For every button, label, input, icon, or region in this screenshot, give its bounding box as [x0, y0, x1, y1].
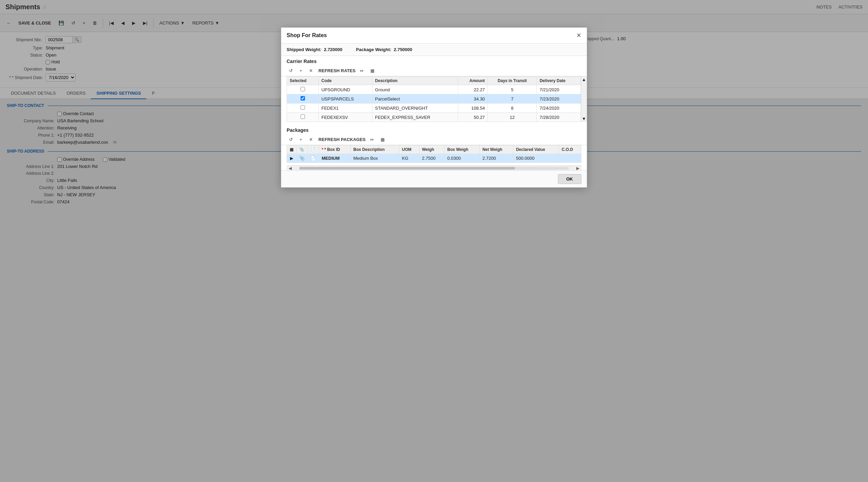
- pkg-grid-settings-btn[interactable]: ▦: [378, 136, 387, 143]
- pkg-col-desc: Box Description: [351, 145, 399, 154]
- pkg-col-declared: Declared Value: [513, 145, 559, 154]
- rate-delivery-cell: 7/28/2020: [537, 113, 581, 122]
- add-rate-btn[interactable]: +: [297, 67, 305, 75]
- col-description: Description: [372, 77, 458, 85]
- add-package-btn[interactable]: +: [297, 136, 305, 143]
- scroll-down-arrow[interactable]: ▼: [581, 115, 587, 122]
- rate-row[interactable]: FEDEXEXSV FEDEX_EXPRESS_SAVER 50.27 12 7…: [287, 113, 581, 122]
- rate-code-cell: FEDEX1: [319, 104, 372, 113]
- col-selected: Selected: [287, 77, 319, 85]
- shipped-weight-item: Shipped Weight: 2.720000: [287, 47, 342, 52]
- packages-header: Packages: [281, 125, 587, 134]
- grid-settings-btn[interactable]: ▦: [368, 67, 377, 75]
- rate-row[interactable]: USPSPARCELS ParcelSelect 34.30 7 7/23/20…: [287, 94, 581, 104]
- pkg-uom-cell: KG: [399, 154, 419, 163]
- carrier-rates-header: Carrier Rates: [281, 56, 587, 65]
- refresh-packages-label: REFRESH PACKAGES: [319, 137, 366, 142]
- package-row[interactable]: ▶ 📎 📄 MEDIUM Medium Box KG 2.7500 0.0300…: [287, 154, 581, 163]
- pkg-col-icon1: ▦: [287, 145, 296, 154]
- ok-button[interactable]: OK: [558, 174, 582, 184]
- pkg-weight-cell: 2.7500: [419, 154, 444, 163]
- rate-delivery-cell: 7/24/2020: [537, 104, 581, 113]
- pkg-boxid-cell: MEDIUM: [319, 154, 351, 163]
- pkg-expand-cell[interactable]: ▶: [287, 154, 296, 163]
- rate-row[interactable]: FEDEX1 STANDARD_OVERNIGHT 108.54 8 7/24/…: [287, 104, 581, 113]
- rate-selected-cell[interactable]: [287, 113, 319, 122]
- rate-days-cell: 8: [488, 104, 537, 113]
- refresh-rates-rotate-btn[interactable]: ↺: [287, 67, 295, 75]
- col-amount: Amount: [458, 77, 488, 85]
- remove-rate-btn[interactable]: ✕: [307, 67, 315, 75]
- rate-delivery-cell: 7/23/2020: [537, 94, 581, 104]
- rate-delivery-cell: 7/21/2020: [537, 85, 581, 94]
- rates-scrollbar[interactable]: ▲ ▼: [581, 76, 587, 122]
- rates-table-scroll[interactable]: Selected Code Description Amount Days in…: [281, 76, 587, 122]
- rate-selected-cell[interactable]: [287, 94, 319, 104]
- pkg-boxweight-cell: 0.0300: [445, 154, 480, 163]
- rates-table-wrapper: Selected Code Description Amount Days in…: [281, 76, 587, 122]
- rate-code-cell: USPSPARCELS: [319, 94, 372, 104]
- pkg-col-weight: Weigh: [419, 145, 444, 154]
- col-delivery: Delivery Date: [537, 77, 581, 85]
- pkg-col-boxid: * * Box ID: [319, 145, 351, 154]
- pkg-col-width-btn[interactable]: ⇔: [368, 136, 376, 143]
- rate-amount-cell: 34.30: [458, 94, 488, 104]
- rate-amount-cell: 50.27: [458, 113, 488, 122]
- modal-info: Shipped Weight: 2.720000 Package Weight:…: [281, 44, 587, 56]
- pkg-attach-cell[interactable]: 📎: [296, 154, 308, 163]
- package-weight-value: 2.750000: [394, 47, 412, 52]
- pkg-declared-cell: 500.0000: [513, 154, 559, 163]
- pkg-doc-cell[interactable]: 📄: [308, 154, 319, 163]
- rate-amount-cell: 108.54: [458, 104, 488, 113]
- pkg-col-uom: UOM: [399, 145, 419, 154]
- modal-close-button[interactable]: ✕: [576, 32, 581, 39]
- rate-checkbox[interactable]: [301, 96, 305, 100]
- scroll-left-arrow[interactable]: ◀: [287, 166, 294, 171]
- rate-description-cell: FEDEX_EXPRESS_SAVER: [372, 113, 458, 122]
- rates-table: Selected Code Description Amount Days in…: [287, 76, 581, 122]
- pkg-netweight-cell: 2.7200: [480, 154, 513, 163]
- packages-toolbar: ↺ + ✕ REFRESH PACKAGES ⇔ ▦: [281, 134, 587, 145]
- scrollbar-thumb[interactable]: [299, 167, 515, 170]
- rate-checkbox[interactable]: [301, 87, 305, 91]
- rate-days-cell: 12: [488, 113, 537, 122]
- rate-checkbox[interactable]: [301, 114, 305, 119]
- scroll-right-arrow[interactable]: ▶: [574, 166, 581, 171]
- rate-amount-cell: 22.27: [458, 85, 488, 94]
- modal-footer: OK: [281, 170, 587, 187]
- col-width-btn[interactable]: ⇔: [357, 67, 366, 75]
- shop-for-rates-modal: Shop For Rates ✕ Shipped Weight: 2.72000…: [281, 27, 587, 188]
- col-days: Days in Transit: [488, 77, 537, 85]
- refresh-rates-label: REFRESH RATES: [319, 68, 356, 73]
- rate-days-cell: 5: [488, 85, 537, 94]
- horizontal-scrollbar[interactable]: ◀ ▶: [287, 166, 581, 170]
- carrier-rates-toolbar: ↺ + ✕ REFRESH RATES ⇔ ▦: [281, 65, 587, 76]
- pkg-col-attach: 📎: [296, 145, 308, 154]
- col-code: Code: [319, 77, 372, 85]
- pkg-col-netweight: Net Weigh: [480, 145, 513, 154]
- rate-description-cell: STANDARD_OVERNIGHT: [372, 104, 458, 113]
- refresh-packages-rotate-btn[interactable]: ↺: [287, 136, 295, 143]
- remove-package-btn[interactable]: ✕: [307, 136, 315, 143]
- scroll-up-arrow[interactable]: ▲: [581, 76, 587, 83]
- rate-code-cell: UPSGROUND: [319, 85, 372, 94]
- rate-code-cell: FEDEXEXSV: [319, 113, 372, 122]
- pkg-cod-cell: [559, 154, 581, 163]
- modal-overlay: Shop For Rates ✕ Shipped Weight: 2.72000…: [0, 0, 868, 208]
- rate-selected-cell[interactable]: [287, 104, 319, 113]
- rate-checkbox[interactable]: [301, 105, 305, 110]
- scrollbar-track: [299, 167, 569, 170]
- rate-description-cell: ParcelSelect: [372, 94, 458, 104]
- modal-header: Shop For Rates ✕: [281, 28, 587, 44]
- pkg-col-cod: C.O.D: [559, 145, 581, 154]
- pkg-desc-cell: Medium Box: [351, 154, 399, 163]
- rate-row[interactable]: UPSGROUND Ground 22.27 5 7/21/2020: [287, 85, 581, 94]
- packages-table: ▦ 📎 📄 * * Box ID Box Description UOM Wei…: [287, 145, 581, 163]
- shipped-weight-value: 2.720000: [324, 47, 342, 52]
- package-weight-item: Package Weight: 2.750000: [356, 47, 412, 52]
- rate-days-cell: 7: [488, 94, 537, 104]
- pkg-col-doc: 📄: [308, 145, 319, 154]
- pkg-col-boxweight: Box Weigh: [445, 145, 480, 154]
- packages-table-wrapper: ▦ 📎 📄 * * Box ID Box Description UOM Wei…: [281, 145, 587, 163]
- rate-selected-cell[interactable]: [287, 85, 319, 94]
